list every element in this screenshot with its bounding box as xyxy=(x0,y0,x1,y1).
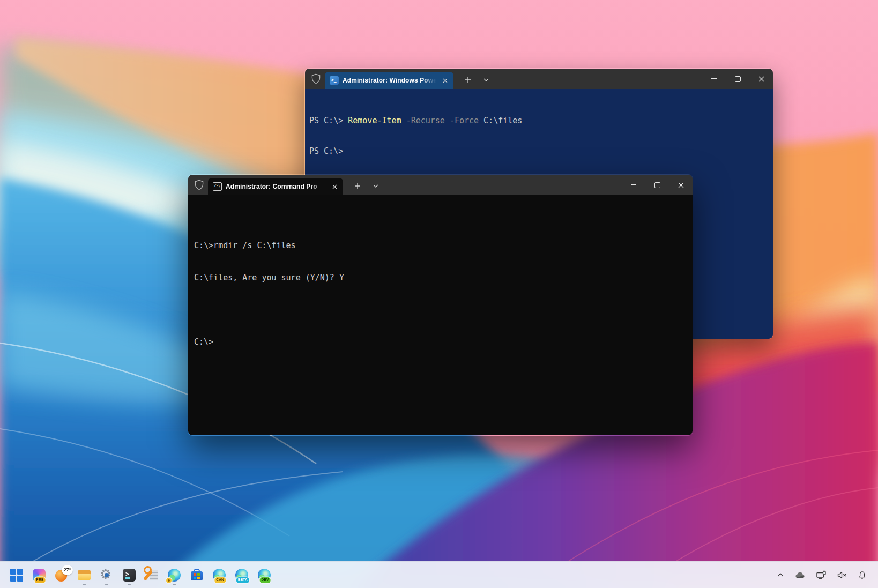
cmd-tab[interactable]: Administrator: Command Pro xyxy=(208,178,343,195)
taskbar: PRE 27° xyxy=(0,561,878,588)
onedrive-cloud-icon[interactable] xyxy=(793,569,807,581)
edge-beta-icon: BETA xyxy=(235,568,249,582)
taskbar-terminal-button[interactable] xyxy=(119,564,139,586)
ps-parameter: -Force xyxy=(445,116,479,125)
powershell-icon xyxy=(330,76,339,85)
terminal-line: C:\> xyxy=(194,337,686,347)
beta-badge: BETA xyxy=(236,577,249,583)
terminal-line xyxy=(194,304,686,315)
start-button[interactable] xyxy=(6,564,27,586)
minimize-button[interactable] xyxy=(702,69,726,89)
desktop: Administrator: Windows Powe PS C:\> Remo… xyxy=(0,0,878,588)
running-indicator xyxy=(128,584,131,585)
edge-badge-icon xyxy=(166,578,172,583)
dev-badge: DEV xyxy=(260,577,271,583)
edge-canary-icon: CAN xyxy=(212,568,226,582)
cmd-window: Administrator: Command Pro C:\>rmdir /s … xyxy=(188,174,693,436)
ps-prompt: PS C:\> xyxy=(309,146,343,156)
ps-parameter: -Recurse xyxy=(401,116,445,125)
microsoft-store-icon xyxy=(190,568,204,582)
file-explorer-icon xyxy=(77,568,91,582)
new-tab-button[interactable] xyxy=(461,73,475,87)
terminal-line: C:\files, Are you sure (Y/N)? Y xyxy=(194,272,686,283)
notifications-bell-icon[interactable] xyxy=(856,569,868,582)
running-indicator xyxy=(173,584,176,585)
admin-shield-icon xyxy=(311,73,321,84)
powershell-titlebar[interactable]: Administrator: Windows Powe xyxy=(305,69,773,89)
taskbar-file-explorer-button[interactable] xyxy=(74,564,94,586)
volume-muted-icon[interactable] xyxy=(835,569,849,581)
taskbar-settings-button[interactable] xyxy=(96,564,117,586)
copilot-pre-badge: PRE xyxy=(35,577,46,583)
close-button[interactable] xyxy=(669,175,693,195)
taskbar-edge-beta-button[interactable]: BETA xyxy=(232,564,252,586)
network-icon[interactable] xyxy=(814,569,828,582)
running-indicator xyxy=(83,584,86,585)
windows-terminal-icon xyxy=(123,569,136,582)
terminal-line: PS C:\> xyxy=(309,146,769,157)
canary-badge: CAN xyxy=(214,577,226,583)
weather-temp: 27° xyxy=(62,565,73,575)
cmd-tab-title: Administrator: Command Pro xyxy=(226,183,326,190)
ps-prompt: PS C:\> xyxy=(309,116,348,125)
powershell-tab[interactable]: Administrator: Windows Powe xyxy=(325,72,453,89)
taskbar-apps: PRE 27° xyxy=(0,564,274,586)
ps-command: Remove-Item xyxy=(348,116,401,125)
taskbar-edge-button[interactable] xyxy=(164,564,184,586)
taskbar-tools-button[interactable] xyxy=(142,564,162,586)
tab-dropdown-button[interactable] xyxy=(369,179,383,193)
maximize-button[interactable] xyxy=(726,69,749,89)
cmd-terminal[interactable]: C:\>rmdir /s C:\files C:\files, Are you … xyxy=(188,195,693,436)
cmd-titlebar[interactable]: Administrator: Command Pro xyxy=(188,175,693,195)
edge-dev-icon: DEV xyxy=(257,568,271,582)
taskbar-weather-button[interactable]: 27° xyxy=(51,564,72,586)
new-tab-button[interactable] xyxy=(351,179,364,193)
terminal-line: PS C:\> Remove-Item -Recurse -Force C:\f… xyxy=(309,116,769,126)
copilot-icon: PRE xyxy=(32,568,46,582)
maximize-button[interactable] xyxy=(645,175,669,195)
taskbar-copilot-button[interactable]: PRE xyxy=(29,564,49,586)
windows-start-icon xyxy=(10,569,23,582)
minimize-button[interactable] xyxy=(622,175,645,195)
close-button[interactable] xyxy=(749,69,773,89)
tray-chevron-up-icon[interactable] xyxy=(775,569,786,581)
running-indicator xyxy=(105,584,108,585)
tab-dropdown-button[interactable] xyxy=(479,73,493,87)
settings-gear-icon xyxy=(100,568,114,582)
cmd-tab-close-icon[interactable] xyxy=(330,182,339,191)
terminal-line: C:\>rmdir /s C:\files xyxy=(194,240,686,251)
admin-shield-icon xyxy=(194,180,204,190)
powershell-tab-close-icon[interactable] xyxy=(441,76,449,85)
taskbar-edge-dev-button[interactable]: DEV xyxy=(254,564,274,586)
tools-wrench-icon xyxy=(145,568,159,582)
weather-sun-icon: 27° xyxy=(55,569,68,582)
edge-icon xyxy=(167,568,181,582)
ps-argument: C:\files xyxy=(479,116,522,125)
powershell-tab-title: Administrator: Windows Powe xyxy=(343,77,437,84)
taskbar-store-button[interactable] xyxy=(187,564,207,586)
cmd-icon xyxy=(213,182,222,191)
taskbar-edge-canary-button[interactable]: CAN xyxy=(209,564,229,586)
system-tray xyxy=(775,569,878,582)
